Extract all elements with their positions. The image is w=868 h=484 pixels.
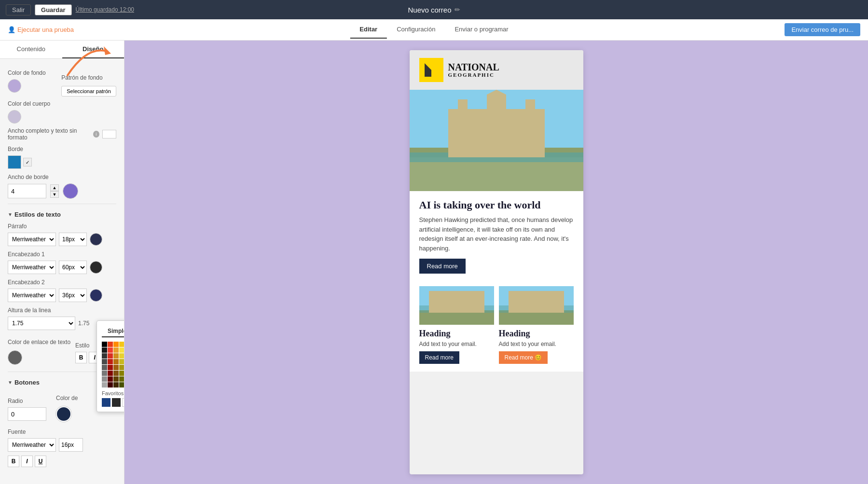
tab-editar[interactable]: Editar [350, 21, 387, 39]
encabezado2-color-swatch[interactable] [90, 289, 102, 302]
color-picker-tab-simple[interactable]: Simple [102, 326, 124, 337]
color-cell[interactable] [113, 359, 119, 364]
ancho-borde-down[interactable]: ▼ [50, 191, 59, 198]
last-saved-text[interactable]: Último guardado 12:00 [76, 6, 134, 13]
borde-check-icon[interactable]: ✓ [23, 158, 32, 166]
color-cell[interactable] [102, 347, 107, 353]
edit-title-icon[interactable]: ✏ [455, 6, 460, 14]
guardar-button[interactable]: Guardar [35, 4, 72, 15]
sidebar-tab-diseno[interactable]: Diseño [62, 41, 124, 58]
color-fondo-swatch[interactable] [8, 79, 21, 93]
color-cell[interactable] [102, 382, 107, 387]
radio-input[interactable] [8, 407, 46, 421]
encabezado2-font-select[interactable]: Merriweather [8, 289, 56, 302]
altura-linea-label: Altura de la linea [8, 307, 116, 314]
ancho-completo-row: Ancho completo y texto sin formato i [8, 127, 116, 141]
col2-read-more-button[interactable]: Read more 😊 [499, 351, 548, 364]
color-cell[interactable] [108, 342, 113, 347]
color-cell[interactable] [108, 359, 113, 364]
color-cuerpo-swatch[interactable] [8, 110, 21, 124]
tab-enviar[interactable]: Enviar o programar [445, 21, 518, 39]
estilos-texto-section[interactable]: ▼ Estilos de texto [8, 211, 116, 218]
color-cell[interactable] [119, 359, 124, 364]
borde-label: Borde [8, 146, 116, 152]
email-header: NATIONAL GEOGRAPHIC [410, 50, 583, 90]
color-cell[interactable] [102, 376, 107, 382]
color-cell[interactable] [102, 342, 107, 347]
salir-button[interactable]: Salir [6, 4, 31, 15]
encabezado1-color-swatch[interactable] [90, 261, 102, 274]
ejecutar-prueba-button[interactable]: 👤 Ejecutar una prueba [8, 26, 74, 33]
color-cell[interactable] [108, 365, 113, 370]
color-cell[interactable] [102, 359, 107, 364]
color-cell[interactable] [119, 382, 124, 387]
color-cell[interactable] [108, 376, 113, 382]
color-picker-tabs: Simple Avanzado [102, 326, 124, 338]
color-cell[interactable] [108, 371, 113, 376]
ancho-borde-input[interactable]: 4 [8, 184, 46, 198]
ng-logo-text2: GEOGRAPHIC [448, 72, 499, 78]
encabezado1-font-select[interactable]: Merriweather [8, 261, 56, 274]
altura-linea-select[interactable]: 1.75 [8, 317, 75, 330]
col1-read-more-button[interactable]: Read more [419, 351, 459, 364]
color-cell[interactable] [113, 376, 119, 382]
favoritos-row [102, 398, 124, 407]
fuente-font-select[interactable]: Merriweather [8, 438, 56, 452]
sidebar-tab-contenido[interactable]: Contenido [0, 41, 62, 58]
color-cell[interactable] [102, 371, 107, 376]
parrafo-color-swatch[interactable] [90, 233, 102, 246]
fav-color-1[interactable] [102, 398, 110, 407]
color-cell[interactable] [108, 382, 113, 387]
parrafo-font-select[interactable]: Merriweather [8, 233, 56, 246]
color-cell[interactable] [119, 353, 124, 359]
fuente-size-input[interactable] [59, 438, 83, 452]
fav-color-2[interactable] [112, 398, 121, 407]
botones-label: Botones [14, 379, 40, 386]
email-main-heading: AI is taking over the world [419, 199, 574, 211]
color-enlace-label: Color de enlace de texto [8, 339, 70, 346]
col2-text: Add text to your email. [499, 341, 574, 347]
read-more-button[interactable]: Read more [419, 259, 466, 274]
encabezado1-size-select[interactable]: 60px [59, 261, 87, 274]
info-icon[interactable]: i [93, 131, 99, 138]
main-layout: Contenido Diseño Color de fondo Patrón d… [0, 41, 868, 484]
col1-text: Add text to your email. [419, 341, 494, 347]
tab-configuracion[interactable]: Configuración [387, 21, 445, 39]
col2-image [499, 286, 574, 325]
color-cell[interactable] [113, 382, 119, 387]
btn-underline[interactable]: U [35, 456, 46, 467]
color-cell[interactable] [102, 353, 107, 359]
color-cell[interactable] [113, 347, 119, 353]
color-cell[interactable] [113, 342, 119, 347]
borde-color-swatch[interactable] [8, 155, 21, 169]
color-de-label: Color de [56, 395, 78, 401]
email-body: AI is taking over the world Stephen Hawk… [410, 191, 583, 372]
svg-rect-11 [487, 95, 506, 114]
color-cell[interactable] [119, 347, 124, 353]
parrafo-size-select[interactable]: 18px [59, 233, 87, 246]
color-cell[interactable] [119, 376, 124, 382]
title-text: Nuevo correo [408, 6, 451, 14]
enviar-correo-button[interactable]: Enviar correo de pru... [785, 23, 860, 36]
color-cell[interactable] [102, 365, 107, 370]
color-cell[interactable] [119, 342, 124, 347]
color-cell[interactable] [119, 365, 124, 370]
color-cell[interactable] [108, 353, 113, 359]
btn-color-swatch[interactable] [56, 406, 71, 422]
ancho-borde-up[interactable]: ▲ [50, 184, 59, 191]
color-enlace-swatch[interactable] [8, 350, 22, 365]
fav-empty-1[interactable] [122, 398, 124, 407]
format-buttons-row: B I U [8, 456, 116, 467]
color-cell[interactable] [113, 353, 119, 359]
color-cell[interactable] [119, 371, 124, 376]
seleccionar-patron-button[interactable]: Seleccionar patrón [61, 86, 116, 97]
color-cell[interactable] [113, 371, 119, 376]
encabezado2-size-select[interactable]: 36px [59, 289, 87, 302]
btn-italic[interactable]: I [21, 456, 33, 467]
color-cell[interactable] [108, 347, 113, 353]
ancho-completo-toggle[interactable] [102, 130, 116, 138]
ancho-borde-color[interactable] [63, 183, 78, 199]
bold-btn[interactable]: B [75, 352, 87, 363]
color-cell[interactable] [113, 365, 119, 370]
btn-bold[interactable]: B [8, 456, 19, 467]
